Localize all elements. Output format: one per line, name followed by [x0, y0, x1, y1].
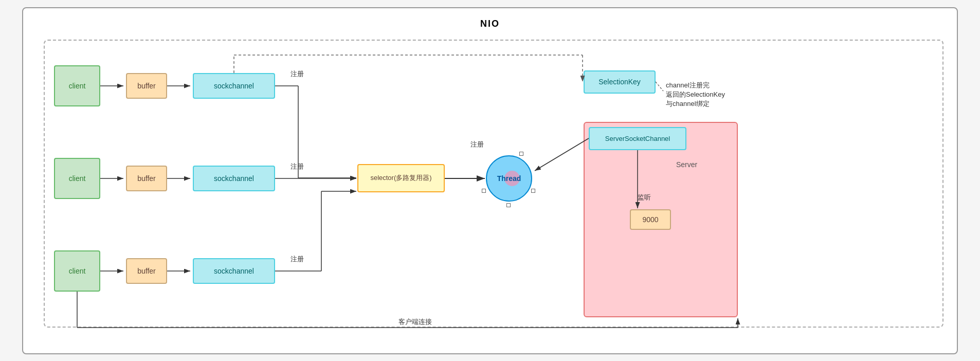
diagram-container: NIO client buffer sockchannel client buf… [22, 7, 958, 354]
label-zhuce-mid: 注册 [291, 162, 304, 171]
selector-box: selector(多路复用器) [357, 164, 445, 192]
label-return-key: 返回的SelectionKey [666, 90, 725, 99]
sockchannel3-box: sockchannel [193, 258, 275, 284]
buffer1-box: buffer [126, 73, 167, 99]
label-zhuce-thread: 注册 [470, 140, 484, 149]
diagram-title: NIO [39, 19, 941, 29]
sockchannel1-box: sockchannel [193, 73, 275, 99]
client1-box: client [54, 65, 100, 106]
buffer3-box: buffer [126, 258, 167, 284]
buffer2-box: buffer [126, 166, 167, 191]
label-zhuce-bot: 注册 [291, 255, 304, 264]
client3-box: client [54, 250, 100, 292]
sq3 [531, 189, 535, 193]
serversocketchannel-box: ServerSocketChannel [589, 127, 686, 150]
sq4 [519, 152, 523, 156]
port-box: 9000 [630, 209, 671, 230]
label-channel-reg: channel注册完 [666, 81, 710, 90]
svg-line-20 [656, 82, 663, 91]
label-kehu-conn: 客户端连接 [398, 317, 432, 327]
sq1 [482, 189, 486, 193]
label-jianting: 监听 [638, 193, 651, 202]
server-label: Server [676, 160, 697, 169]
sq2 [506, 203, 511, 207]
selectionkey-box: SelectionKey [584, 70, 656, 94]
label-zhuce-top: 注册 [291, 69, 304, 79]
thread-circle: Thread [486, 155, 532, 202]
sockchannel2-box: sockchannel [193, 166, 275, 191]
svg-line-21 [535, 138, 589, 171]
label-bind-channel: 与channel绑定 [666, 99, 710, 109]
diagram-body: client buffer sockchannel client buffer … [39, 40, 941, 338]
client2-box: client [54, 158, 100, 199]
